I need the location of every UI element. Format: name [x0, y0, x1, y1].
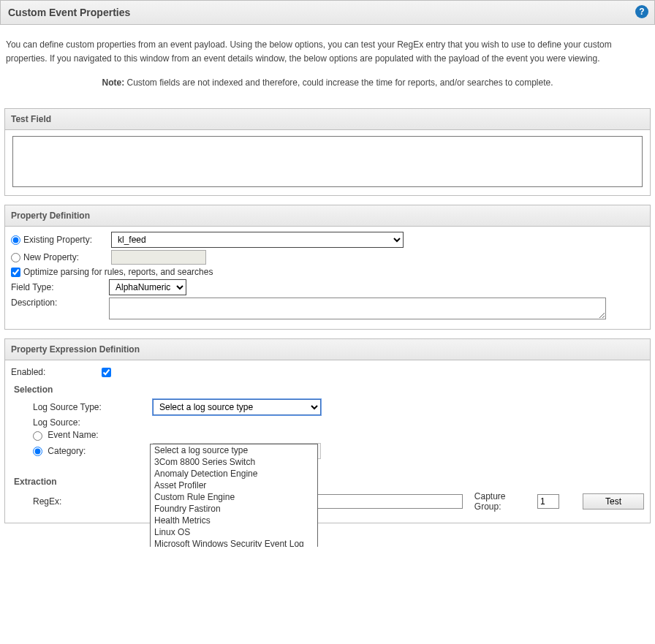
capture-group-input[interactable]: [537, 494, 559, 509]
log-source-type-dropdown[interactable]: Select a log source type3Com 8800 Series…: [150, 444, 318, 547]
new-property-label: New Property:: [23, 252, 111, 262]
page-header: Custom Event Properties ?: [0, 0, 655, 25]
dropdown-option[interactable]: Custom Rule Engine: [151, 491, 317, 503]
regex-label: RegEx:: [11, 496, 125, 507]
enabled-checkbox[interactable]: [102, 368, 111, 377]
dropdown-option[interactable]: Microsoft Windows Security Event Log: [151, 538, 317, 547]
category-row: Category:: [11, 446, 128, 456]
optimize-checkbox[interactable]: [11, 268, 20, 277]
log-source-label: Log Source:: [11, 417, 128, 428]
log-source-type-label: Log Source Type:: [11, 402, 128, 412]
dropdown-option[interactable]: 3Com 8800 Series Switch: [151, 456, 317, 468]
optimize-label: Optimize parsing for rules, reports, and…: [23, 267, 213, 277]
extraction-heading: Extraction: [14, 477, 644, 487]
intro-text: You can define custom properties from an…: [0, 25, 655, 66]
help-icon[interactable]: ?: [635, 5, 648, 18]
capture-group-label: Capture Group:: [474, 491, 533, 512]
page-title: Custom Event Properties: [8, 7, 130, 18]
panel-property-expression: Property Expression Definition Enabled: …: [4, 338, 651, 523]
panel-test-field: Test Field: [4, 108, 651, 196]
panel-header-property-definition: Property Definition: [5, 205, 650, 227]
event-name-row: Event Name:: [11, 430, 128, 440]
note-text: Custom fields are not indexed and theref…: [124, 77, 553, 88]
note-label: Note:: [102, 77, 125, 88]
log-source-type-select[interactable]: Select a log source type: [153, 399, 321, 415]
field-type-label: Field Type:: [11, 282, 109, 292]
existing-property-select[interactable]: kl_feed: [111, 232, 404, 248]
dropdown-option[interactable]: Asset Profiler: [151, 480, 317, 491]
test-button[interactable]: Test: [583, 493, 644, 509]
category-radio[interactable]: [33, 447, 42, 456]
event-name-label: Event Name:: [48, 430, 98, 440]
note-line: Note: Custom fields are not indexed and …: [0, 66, 655, 105]
dropdown-option[interactable]: Health Metrics: [151, 515, 317, 526]
dropdown-option[interactable]: Foundry Fastiron: [151, 503, 317, 515]
panel-header-property-expression: Property Expression Definition: [5, 339, 650, 360]
category-label: Category:: [48, 446, 86, 456]
new-property-radio[interactable]: [11, 253, 20, 262]
dropdown-option[interactable]: Anomaly Detection Engine: [151, 468, 317, 480]
test-field-input[interactable]: [12, 136, 643, 187]
description-label: Description:: [11, 298, 109, 308]
panel-property-definition: Property Definition Existing Property: k…: [4, 205, 651, 330]
enabled-label: Enabled:: [11, 367, 102, 377]
dropdown-option[interactable]: Linux OS: [151, 526, 317, 538]
existing-property-label: Existing Property:: [23, 235, 111, 245]
field-type-select[interactable]: AlphaNumeric: [109, 279, 186, 295]
new-property-input: [111, 250, 206, 265]
dropdown-option[interactable]: Select a log source type: [151, 444, 317, 456]
event-name-radio[interactable]: [33, 431, 42, 441]
panel-header-test-field: Test Field: [5, 109, 650, 130]
description-input[interactable]: [109, 298, 606, 319]
existing-property-radio[interactable]: [11, 235, 20, 245]
selection-heading: Selection: [14, 384, 644, 395]
